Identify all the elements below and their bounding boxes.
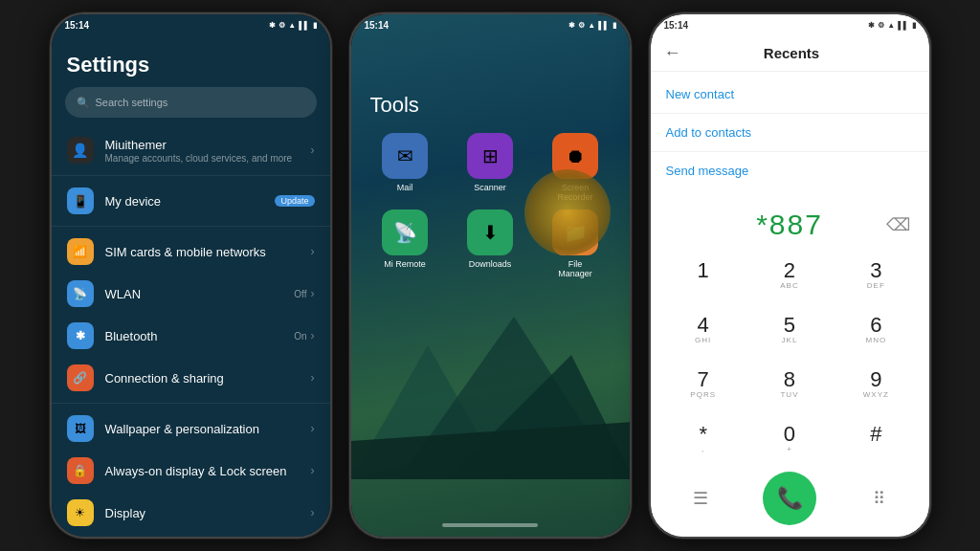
chevron-icon-8: › — [311, 506, 315, 519]
status-bar-2: 15:14 ✱ ⚙ ▲ ▌▌ ▮ — [351, 14, 630, 35]
key-8-letters: TUV — [780, 390, 798, 400]
home-content: Tools ✉ Mail ⊞ Scanner ⏺ ScreenRecorder … — [351, 35, 630, 537]
key-3-num: 3 — [870, 260, 881, 281]
key-3-letters: DEF — [867, 281, 885, 291]
settings-item-miuithemer[interactable]: 👤 Miuithemer Manage accounts, cloud serv… — [52, 129, 330, 171]
miremote-icon: 📡 — [382, 209, 428, 255]
downloads-label: Downloads — [469, 259, 512, 269]
dialer-content: ← Recents New contact Add to contacts Se… — [651, 35, 929, 537]
key-9[interactable]: 9 WXYZ — [833, 358, 919, 412]
back-button[interactable]: ← — [664, 43, 681, 63]
key-4[interactable]: 4 GHI — [660, 303, 746, 358]
chevron-icon-7: › — [311, 464, 315, 477]
key-2-letters: ABC — [780, 281, 798, 291]
settings-icon-3: ⚙ — [878, 21, 884, 30]
recents-title: Recents — [691, 45, 893, 61]
dialer-actions: ☰ 📞 ⠿ — [651, 466, 929, 537]
chevron-icon-3: › — [311, 287, 315, 300]
bt-icon-3: ✱ — [868, 21, 875, 30]
key-1-num: 1 — [698, 260, 709, 281]
chevron-icon: › — [311, 143, 315, 157]
battery-icon: ▮ — [313, 21, 317, 30]
app-scanner[interactable]: ⊞ Scanner — [452, 133, 529, 202]
key-5-letters: JKL — [782, 336, 798, 345]
chevron-icon-2: › — [311, 245, 315, 258]
status-icons-1: ✱ ⚙ ▲ ▌▌ ▮ — [269, 21, 316, 30]
key-3[interactable]: 3 DEF — [833, 249, 919, 303]
keypad: 1 2 ABC 3 DEF 4 GHI 5 JKL — [651, 249, 929, 466]
wlan-right: Off › — [294, 287, 314, 300]
dialer-number-area: *887 ⌫ — [651, 193, 929, 249]
settings-item-mydevice[interactable]: 📱 My device Update — [52, 180, 330, 222]
key-0-num: 0 — [784, 424, 795, 445]
key-5-num: 5 — [784, 315, 795, 336]
status-time-3: 15:14 — [664, 20, 689, 31]
display-text: Display — [105, 506, 300, 520]
app-downloads[interactable]: ⬇ Downloads — [452, 209, 529, 278]
lock-icon: 🔒 — [67, 457, 94, 484]
key-hash[interactable]: # — [833, 411, 919, 466]
wallpaper-text: Wallpaper & personalization — [105, 422, 300, 436]
add-to-contacts-item[interactable]: Add to contacts — [651, 113, 929, 151]
sim-icon: 📶 — [67, 238, 94, 265]
key-star-letters: , — [702, 445, 704, 454]
search-placeholder: Search settings — [96, 97, 168, 108]
send-message-item[interactable]: Send message — [651, 151, 929, 189]
scanner-icon: ⊞ — [467, 133, 513, 179]
key-2[interactable]: 2 ABC — [746, 249, 833, 303]
search-icon: 🔍 — [77, 97, 90, 109]
miremote-label: Mi Remote — [384, 259, 426, 269]
backspace-button[interactable]: ⌫ — [886, 214, 910, 235]
bluetooth-status-icon: ✱ — [269, 21, 276, 30]
settings-item-wallpaper[interactable]: 🖼 Wallpaper & personalization › — [52, 408, 330, 450]
settings-item-bluetooth[interactable]: ✱ Bluetooth On › — [52, 315, 330, 357]
miuithemer-text: Miuithemer Manage accounts, cloud servic… — [105, 138, 300, 164]
new-contact-item[interactable]: New contact — [651, 76, 929, 113]
call-button[interactable]: 📞 — [763, 472, 816, 525]
scanner-label: Scanner — [474, 183, 506, 192]
status-time-2: 15:14 — [365, 20, 390, 31]
signal-icon: ▌▌ — [299, 21, 309, 30]
key-6-num: 6 — [870, 315, 881, 336]
key-0[interactable]: 0 + — [746, 411, 833, 466]
settings-item-sim[interactable]: 📶 SIM cards & mobile networks › — [52, 231, 330, 273]
divider-3 — [52, 403, 330, 404]
chevron-icon-4: › — [311, 329, 315, 342]
settings-item-lock[interactable]: 🔒 Always-on display & Lock screen › — [52, 450, 330, 492]
display-icon: ☀ — [67, 499, 94, 526]
settings-content: Settings 🔍 Search settings 👤 Miuithemer … — [52, 35, 330, 537]
update-badge: Update — [275, 195, 314, 207]
wifi-icon: ▲ — [288, 21, 296, 30]
dialpad-menu-button[interactable]: ☰ — [679, 477, 722, 519]
key-6-letters: MNO — [865, 336, 886, 345]
miuithemer-label: Miuithemer — [105, 138, 300, 152]
key-6[interactable]: 6 MNO — [833, 303, 919, 358]
signal-icon-2: ▌▌ — [598, 21, 609, 30]
numpad-toggle-button[interactable]: ⠿ — [858, 477, 901, 519]
key-7[interactable]: 7 PQRS — [660, 358, 746, 412]
key-2-num: 2 — [784, 260, 795, 281]
key-7-num: 7 — [698, 369, 709, 390]
key-star-num: * — [699, 424, 707, 445]
search-bar[interactable]: 🔍 Search settings — [65, 87, 317, 118]
key-1[interactable]: 1 — [660, 249, 746, 303]
settings-item-wlan[interactable]: 📡 WLAN Off › — [52, 273, 330, 315]
recents-list: New contact Add to contacts Send message — [651, 72, 929, 193]
status-bar-1: 15:14 ✱ ⚙ ▲ ▌▌ ▮ — [52, 14, 330, 35]
app-miremote[interactable]: 📡 Mi Remote — [367, 209, 444, 278]
settings-item-display[interactable]: ☀ Display › — [52, 492, 330, 534]
wifi-icon-3: ▲ — [887, 21, 895, 30]
wlan-label: WLAN — [105, 287, 283, 301]
bluetooth-text: Bluetooth — [105, 329, 283, 343]
settings-item-connection[interactable]: 🔗 Connection & sharing › — [52, 357, 330, 399]
chevron-icon-5: › — [311, 371, 315, 385]
key-5[interactable]: 5 JKL — [746, 303, 833, 358]
app-mail[interactable]: ✉ Mail — [367, 133, 444, 202]
miuithemer-sub: Manage accounts, cloud services, and mor… — [105, 153, 300, 164]
mydevice-label: My device — [105, 194, 264, 209]
dialer-header: ← Recents — [651, 35, 929, 72]
key-8[interactable]: 8 TUV — [746, 358, 833, 412]
battery-icon-2: ▮ — [612, 21, 616, 30]
key-star[interactable]: * , — [660, 411, 746, 466]
settings-icon: ⚙ — [278, 21, 285, 30]
